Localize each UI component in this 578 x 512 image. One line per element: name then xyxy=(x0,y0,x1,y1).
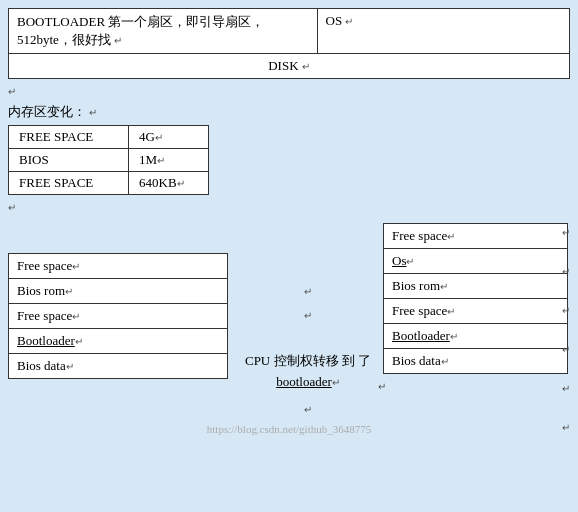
right-col: ↵ ↵ ↵ ↵ ↵ ↵ Free space↵ Os↵ Bios rom↵ Fr… xyxy=(378,223,570,417)
newline-arrow-1: ↵ xyxy=(114,35,122,46)
right-arrow-4: ↵ xyxy=(562,344,570,355)
right-box-bootloader: Bootloader↵ xyxy=(384,324,567,349)
right-box-biosrom: Bios rom↵ xyxy=(384,274,567,299)
left-box-biosdata: Bios data↵ xyxy=(9,354,227,378)
mem-name-2: FREE SPACE xyxy=(9,172,129,195)
right-box-os: Os↵ xyxy=(384,249,567,274)
bootloader-link-text: bootloader xyxy=(276,374,332,389)
mem-val-0: 4G↵ xyxy=(129,126,209,149)
cpu-text: CPU 控制权转移 到 了 bootloader↵ xyxy=(245,351,371,393)
mem-val-1: 1M↵ xyxy=(129,149,209,172)
page-container: BOOTLOADER 第一个扇区，即引导扇区，512byte，很好找 ↵ OS … xyxy=(0,0,578,443)
left-box-freespace2: Free space↵ xyxy=(9,304,227,329)
mem-row-freespace640kb: FREE SPACE 640KB↵ xyxy=(9,172,209,195)
memory-section-label: 内存区变化： ↵ xyxy=(8,103,570,121)
right-arrow-6: ↵ xyxy=(562,422,570,433)
top-table: BOOTLOADER 第一个扇区，即引导扇区，512byte，很好找 ↵ OS … xyxy=(8,8,570,79)
right-box-freespace1: Free space↵ xyxy=(384,224,567,249)
mem-name-1: BIOS xyxy=(9,149,129,172)
gap-arrow-2: ↵ xyxy=(8,199,570,215)
boot-label: BOOTLOADER 第一个扇区，即引导扇区，512byte，很好找 xyxy=(17,14,264,47)
middle-col: ↵ ↵ CPU 控制权转移 到 了 bootloader↵ ↵ xyxy=(238,223,378,417)
gap-arrow-1: ↵ xyxy=(8,83,570,99)
mem-name-0: FREE SPACE xyxy=(9,126,129,149)
newline-arrow-2: ↵ xyxy=(345,16,353,27)
memory-label-text: 内存区变化： xyxy=(8,104,86,119)
right-arrow-3: ↵ xyxy=(562,305,570,316)
newline-arrow-3: ↵ xyxy=(302,61,310,72)
boot-cell: BOOTLOADER 第一个扇区，即引导扇区，512byte，很好找 ↵ xyxy=(9,9,318,54)
mem-row-freespace4g: FREE SPACE 4G↵ xyxy=(9,126,209,149)
os-cell: OS ↵ xyxy=(317,9,569,54)
mem-row-bios: BIOS 1M↵ xyxy=(9,149,209,172)
os-label: OS xyxy=(326,13,343,28)
right-box-biosdata: Bios data↵ xyxy=(384,349,567,373)
left-box-biosrom: Bios rom↵ xyxy=(9,279,227,304)
right-box-freespace2: Free space↵ xyxy=(384,299,567,324)
left-box-bootloader: Bootloader↵ xyxy=(9,329,227,354)
right-arrow-2: ↵ xyxy=(562,266,570,277)
left-col: Free space↵ Bios rom↵ Free space↵ Bootlo… xyxy=(8,223,238,417)
right-arrow-1: ↵ xyxy=(562,227,570,238)
right-boxes: Free space↵ Os↵ Bios rom↵ Free space↵ Bo… xyxy=(383,223,568,374)
left-box-freespace1: Free space↵ xyxy=(9,254,227,279)
disk-label: DISK xyxy=(268,58,298,73)
disk-cell: DISK ↵ xyxy=(9,54,570,79)
memory-table: FREE SPACE 4G↵ BIOS 1M↵ FREE SPACE 640KB… xyxy=(8,125,209,195)
mem-val-2: 640KB↵ xyxy=(129,172,209,195)
bottom-section: Free space↵ Bios rom↵ Free space↵ Bootlo… xyxy=(8,223,570,417)
right-arrow-5: ↵ xyxy=(562,383,570,394)
left-boxes: Free space↵ Bios rom↵ Free space↵ Bootlo… xyxy=(8,253,228,379)
watermark: https://blog.csdn.net/github_3648775 xyxy=(8,423,570,435)
